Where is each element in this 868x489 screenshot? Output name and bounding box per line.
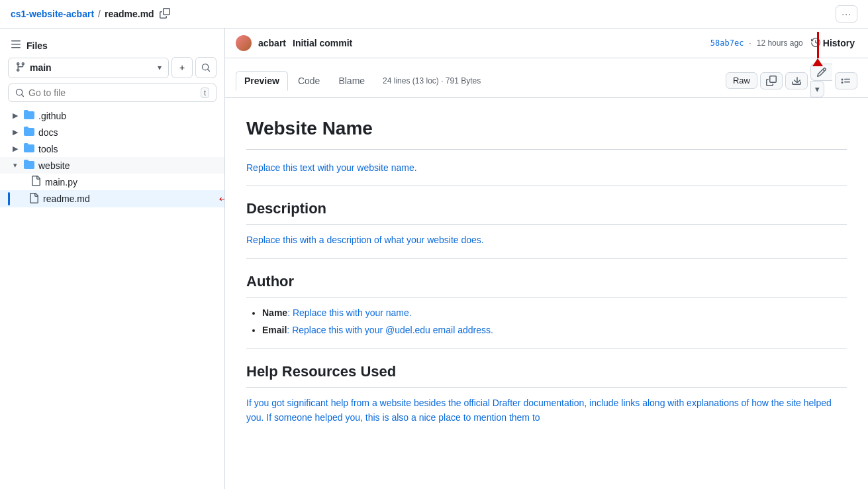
sidebar-item-label: .github xyxy=(38,111,66,121)
sidebar-title: Files xyxy=(26,40,48,51)
history-label: History xyxy=(823,38,855,48)
file-icon xyxy=(30,176,41,188)
breadcrumb-separator: / xyxy=(98,9,101,19)
chevron-right-icon: ▶ xyxy=(11,144,20,153)
branch-icon xyxy=(15,62,26,74)
chevron-right-icon: ▶ xyxy=(11,128,20,136)
red-arrow-annotation: ← xyxy=(217,191,225,206)
commit-meta: 58ab7ec · 12 hours ago History xyxy=(710,36,857,50)
search-button[interactable] xyxy=(195,57,217,78)
sidebar-item-github[interactable]: ▶ .github xyxy=(0,107,224,124)
commit-sha[interactable]: 58ab7ec xyxy=(710,38,744,48)
commit-message: Initial commit xyxy=(293,38,352,48)
md-p-help: If you got significant help from a websi… xyxy=(246,396,847,425)
download-button[interactable] xyxy=(785,72,808,89)
copy-path-button[interactable] xyxy=(158,7,171,22)
commit-bar: acbart Initial commit 58ab7ec · 12 hours… xyxy=(225,28,868,58)
tab-preview[interactable]: Preview xyxy=(236,71,288,91)
bullet-list-button[interactable] xyxy=(835,72,857,89)
folder-icon xyxy=(24,126,34,138)
file-actions: Raw ▾ xyxy=(726,64,857,97)
chevron-right-icon: ▶ xyxy=(11,111,20,120)
sidebar-item-label: website xyxy=(38,160,70,171)
chevron-down-icon: ▾ xyxy=(11,161,20,170)
file-info-text: 24 lines (13 loc) · 791 Bytes xyxy=(383,76,481,85)
file-tree: ▶ .github ▶ docs ▶ tools xyxy=(0,107,224,207)
folder-open-icon xyxy=(24,159,34,172)
sidebar-item-label: readme.md xyxy=(43,193,90,204)
active-indicator xyxy=(8,192,10,205)
md-h2-help: Help Resources Used xyxy=(246,360,847,388)
name-link[interactable]: : Replace this with your name. xyxy=(287,307,412,318)
file-icon xyxy=(28,193,39,205)
branch-selector[interactable]: main ▾ xyxy=(8,58,169,78)
md-help-link[interactable]: If you got significant help from a websi… xyxy=(246,398,832,423)
copy-raw-button[interactable] xyxy=(760,72,783,89)
content-area: acbart Initial commit 58ab7ec · 12 hours… xyxy=(225,28,868,489)
file-viewer-tabs: Preview Code Blame 24 lines (13 loc) · 7… xyxy=(225,58,868,98)
new-branch-button[interactable]: + xyxy=(171,57,193,78)
sidebar: Files main ▾ + t ▶ xyxy=(0,28,225,489)
history-button[interactable]: History xyxy=(808,36,857,50)
md-h2-author: Author xyxy=(246,270,847,298)
md-h2-description: Description xyxy=(246,197,847,225)
commit-separator: · xyxy=(749,38,751,48)
branch-name: main xyxy=(30,62,154,73)
more-options-button[interactable]: ··· xyxy=(836,5,857,23)
sidebar-item-label: main.py xyxy=(45,177,77,188)
sidebar-item-docs[interactable]: ▶ docs xyxy=(0,124,224,140)
sidebar-item-readme-md[interactable]: readme.md ← xyxy=(0,190,224,207)
go-to-file-input[interactable] xyxy=(28,87,197,98)
folder-icon xyxy=(24,109,34,122)
md-p2-link[interactable]: Replace this with a description of what … xyxy=(246,235,484,245)
md-p2: Replace this with a description of what … xyxy=(246,233,847,247)
sidebar-item-label: tools xyxy=(38,144,58,154)
author-list: Name: Replace this with your name. Email… xyxy=(246,305,847,338)
author-list-item-name: Name: Replace this with your name. xyxy=(262,305,847,320)
folder-icon xyxy=(24,142,34,155)
repo-link[interactable]: cs1-website-acbart xyxy=(11,9,94,19)
raw-button[interactable]: Raw xyxy=(726,72,757,89)
breadcrumb-file: readme.md xyxy=(105,9,154,19)
edit-button[interactable] xyxy=(810,64,832,81)
search-bar[interactable]: t xyxy=(8,83,217,102)
author-list-item-email: Email: Replace this with your @udel.edu … xyxy=(262,323,847,337)
sidebar-item-main-py[interactable]: main.py xyxy=(0,174,224,190)
markdown-content: Website Name Replace this text with your… xyxy=(225,98,868,489)
tab-blame[interactable]: Blame xyxy=(330,71,373,91)
breadcrumb: cs1-website-acbart / readme.md xyxy=(11,7,830,22)
tab-code[interactable]: Code xyxy=(289,71,328,91)
branch-chevron-icon: ▾ xyxy=(158,63,162,72)
email-link[interactable]: : Replace this with your @udel.edu email… xyxy=(287,325,493,335)
history-icon xyxy=(811,38,820,49)
sidebar-item-label: docs xyxy=(38,127,58,138)
md-p1-link[interactable]: Replace this text with your website name… xyxy=(246,162,417,173)
md-h1: Website Name xyxy=(246,114,847,150)
edit-dropdown-button[interactable]: ▾ xyxy=(810,81,824,97)
md-p1: Replace this text with your website name… xyxy=(246,160,847,175)
commit-author[interactable]: acbart xyxy=(258,38,286,48)
sidebar-item-website[interactable]: ▾ website xyxy=(0,157,224,174)
sidebar-panel-icon xyxy=(11,39,21,52)
sidebar-item-tools[interactable]: ▶ tools xyxy=(0,140,224,157)
search-shortcut-badge: t xyxy=(201,87,209,98)
avatar xyxy=(236,35,252,51)
commit-time: 12 hours ago xyxy=(757,38,803,48)
